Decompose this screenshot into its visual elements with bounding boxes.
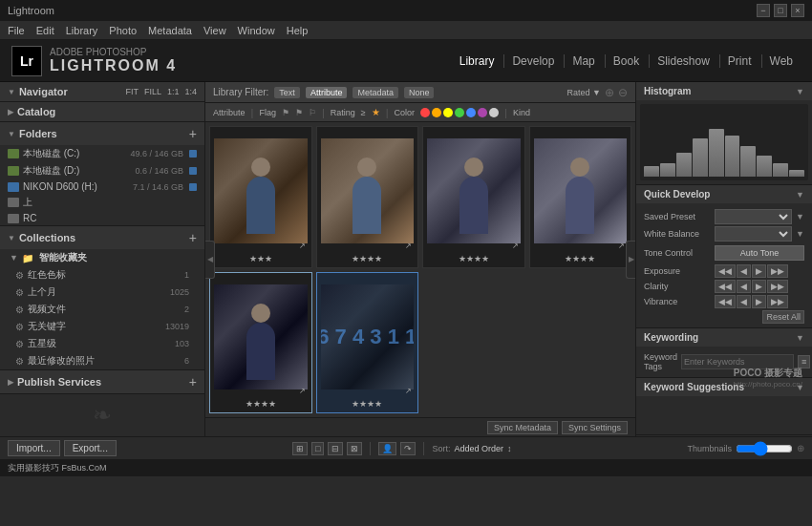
collections-header[interactable]: ▼ Collections +: [0, 226, 204, 249]
folder-size-c: 49.6 / 146 GB: [130, 149, 183, 158]
people-view-button[interactable]: 👤: [378, 442, 396, 455]
vibrance-down[interactable]: ◀: [737, 295, 751, 308]
photo-cell-1[interactable]: ↗ ★★★: [209, 126, 312, 268]
clarity-up[interactable]: ▶: [752, 280, 766, 293]
vibrance-down-fast[interactable]: ◀◀: [715, 295, 736, 308]
menu-view[interactable]: View: [203, 25, 226, 36]
tab-map[interactable]: Map: [564, 54, 602, 68]
vibrance-up[interactable]: ▶: [752, 295, 766, 308]
collection-group-smart[interactable]: ▼ 📁 智能收藏夹: [0, 249, 204, 266]
filter-text-button[interactable]: Text: [274, 87, 300, 98]
decorative-pattern: ❧: [0, 394, 204, 436]
vibrance-up-fast[interactable]: ▶▶: [767, 295, 788, 308]
publish-services-add-button[interactable]: +: [189, 374, 197, 389]
compare-view-button[interactable]: ⊟: [328, 442, 343, 455]
loupe-view-button[interactable]: □: [311, 442, 324, 455]
color-dot-purple[interactable]: [478, 108, 487, 117]
color-dot-red[interactable]: [420, 108, 430, 117]
auto-tone-button[interactable]: Auto Tone: [715, 245, 804, 261]
color-dot-orange[interactable]: [432, 108, 441, 117]
menu-edit[interactable]: Edit: [36, 25, 54, 36]
white-balance-select[interactable]: [715, 226, 792, 242]
folder-item-rc[interactable]: RC: [0, 211, 204, 225]
grid-view-button[interactable]: ⊞: [292, 442, 308, 455]
saved-preset-select[interactable]: [715, 209, 792, 224]
menu-library[interactable]: Library: [66, 25, 98, 36]
menu-file[interactable]: File: [8, 25, 25, 36]
menu-window[interactable]: Window: [238, 25, 275, 36]
ratio-2-label[interactable]: 1:4: [184, 87, 197, 96]
folder-item-d[interactable]: 本地磁盘 (D:) 0.6 / 146 GB: [0, 162, 204, 179]
left-panel-collapse[interactable]: ◀: [205, 241, 215, 279]
collection-item-5star[interactable]: ⚙ 五星级 103: [0, 335, 204, 352]
color-dot-gray[interactable]: [489, 108, 499, 117]
keyword-suggestions-header[interactable]: Keyword Suggestions ▼: [636, 378, 812, 396]
app-logo: Lr ADOBE PHOTOSHOP LIGHTROOM 4: [11, 46, 177, 76]
tab-print[interactable]: Print: [719, 54, 759, 68]
folder-item-h[interactable]: NIKON D600 (H:) 7.1 / 14.6 GB: [0, 179, 204, 194]
photo-cell-5[interactable]: ↗ ★★★★: [209, 272, 312, 414]
folder-item-u[interactable]: 上: [0, 194, 204, 211]
folders-header[interactable]: ▼ Folders +: [0, 122, 204, 145]
right-panel-collapse[interactable]: ▶: [626, 241, 635, 279]
keywording-header[interactable]: Keywording ▼: [636, 328, 812, 347]
collections-add-button[interactable]: +: [189, 230, 197, 245]
collection-item-month[interactable]: ⚙ 上个月 1025: [0, 284, 204, 301]
exposure-up-fast[interactable]: ▶▶: [767, 264, 788, 278]
photo-cell-4[interactable]: ↗ ★★★★: [529, 126, 632, 268]
keyword-settings-button[interactable]: ≡: [798, 355, 810, 368]
photo-cell-2[interactable]: ↗ ★★★★: [316, 126, 419, 268]
map-view-button[interactable]: ↷: [400, 442, 416, 455]
quick-develop-header[interactable]: Quick Develop ▼: [636, 185, 812, 203]
ratio-1-label[interactable]: 1:1: [167, 87, 180, 96]
exposure-down-fast[interactable]: ◀◀: [715, 264, 736, 278]
filter-metadata-button[interactable]: Metadata: [353, 87, 398, 98]
collection-item-nokw[interactable]: ⚙ 无关键字 13019: [0, 318, 204, 335]
menu-help[interactable]: Help: [287, 25, 309, 36]
export-button[interactable]: Export...: [64, 440, 117, 456]
fit-label[interactable]: FIT: [125, 87, 139, 96]
clarity-down-fast[interactable]: ◀◀: [715, 280, 736, 293]
thumbnail-size-slider[interactable]: [736, 444, 793, 453]
folders-triangle: ▼: [8, 130, 15, 138]
folders-add-button[interactable]: +: [189, 126, 197, 141]
keyword-tags-input[interactable]: [681, 354, 794, 369]
tab-slideshow[interactable]: Slideshow: [649, 54, 717, 68]
photo-cell-3[interactable]: ↗ ★★★★: [422, 126, 525, 268]
photo-cell-6[interactable]: 6 7 4 3 1 1 ↗ ★★★★: [316, 272, 419, 414]
sort-value[interactable]: Added Order: [454, 444, 503, 453]
tab-library[interactable]: Library: [452, 54, 502, 68]
close-button[interactable]: ×: [791, 4, 804, 17]
clarity-down[interactable]: ◀: [737, 280, 751, 293]
exposure-down[interactable]: ◀: [737, 264, 751, 278]
tab-web[interactable]: Web: [761, 54, 801, 68]
sync-metadata-button[interactable]: Sync Metadata: [487, 421, 558, 434]
folder-item-c[interactable]: 本地磁盘 (C:) 49.6 / 146 GB: [0, 145, 204, 162]
menu-photo[interactable]: Photo: [109, 25, 137, 36]
publish-services-header[interactable]: ▶ Publish Services +: [0, 370, 204, 393]
minimize-button[interactable]: −: [757, 4, 770, 17]
filter-none-button[interactable]: None: [404, 87, 435, 98]
collection-item-recent[interactable]: ⚙ 最近修改的照片 6: [0, 352, 204, 369]
color-dot-yellow[interactable]: [443, 108, 453, 117]
catalog-header[interactable]: ▶ Catalog: [0, 102, 204, 121]
collection-item-red[interactable]: ⚙ 红色色标 1: [0, 266, 204, 284]
maximize-button[interactable]: □: [774, 4, 787, 17]
fill-label[interactable]: FILL: [144, 87, 161, 96]
navigator-header[interactable]: ▼ Navigator FIT FILL 1:1 1:4: [0, 82, 204, 101]
reset-all-button[interactable]: Reset All: [762, 310, 804, 324]
sync-settings-button[interactable]: Sync Settings: [562, 421, 628, 434]
survey-view-button[interactable]: ⊠: [347, 442, 362, 455]
tab-develop[interactable]: Develop: [503, 54, 562, 68]
import-button[interactable]: Import...: [8, 440, 60, 456]
collection-item-video[interactable]: ⚙ 视频文件 2: [0, 301, 204, 318]
histogram-header[interactable]: Histogram ▼: [636, 82, 812, 100]
color-dot-green[interactable]: [455, 108, 464, 117]
bottom-strip: 实用摄影技巧 FsBus.CoM: [0, 459, 812, 476]
clarity-up-fast[interactable]: ▶▶: [767, 280, 788, 293]
filter-attribute-button[interactable]: Attribute: [306, 87, 348, 98]
exposure-up[interactable]: ▶: [752, 264, 766, 278]
menu-metadata[interactable]: Metadata: [148, 25, 192, 36]
color-dot-blue[interactable]: [466, 108, 476, 117]
tab-book[interactable]: Book: [605, 54, 647, 68]
